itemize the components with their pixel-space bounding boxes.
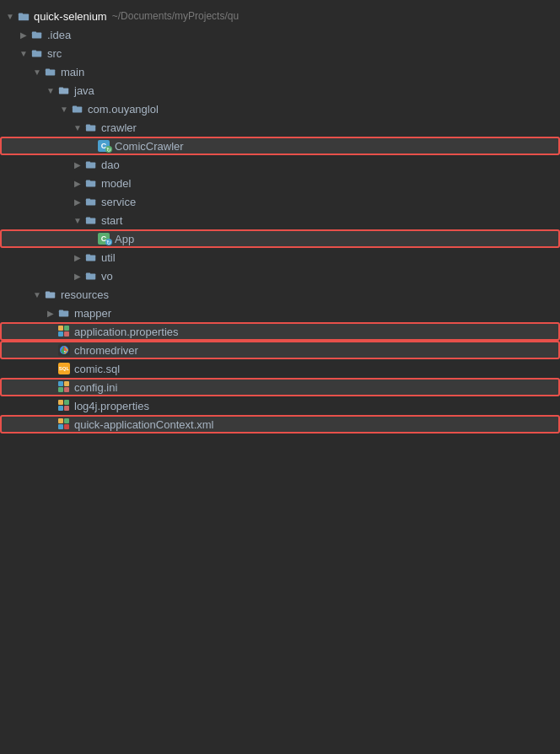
item-util[interactable]: util <box>0 248 560 267</box>
root-path: ~/Documents/myProjects/qu <box>112 10 239 22</box>
idea-arrow[interactable] <box>17 28 30 41</box>
log4j-arrow <box>44 399 57 412</box>
service-label: service <box>101 196 136 208</box>
item-dao[interactable]: dao <box>0 155 560 174</box>
src-folder-icon <box>30 46 44 60</box>
model-label: model <box>101 177 131 190</box>
item-vo[interactable]: vo <box>0 267 560 285</box>
file-tree: quick-selenium ~/Documents/myProjects/qu… <box>0 0 560 440</box>
mapper-folder-icon <box>57 306 71 320</box>
comiccrawler-icon: C ↻ <box>98 139 111 153</box>
app-props-label: application.properties <box>74 326 179 338</box>
start-folder-icon <box>84 213 98 227</box>
item-service[interactable]: service <box>0 192 560 211</box>
svg-rect-21 <box>86 218 90 220</box>
resources-label: resources <box>61 288 109 301</box>
item-app[interactable]: C ↻ App <box>0 229 560 248</box>
item-java[interactable]: java <box>0 81 560 100</box>
item-main[interactable]: main <box>0 62 560 81</box>
app-props-arrow <box>44 325 57 338</box>
svg-rect-15 <box>86 162 90 164</box>
service-folder-icon <box>84 195 98 208</box>
crawler-folder-icon <box>84 121 98 134</box>
root-arrow[interactable] <box>3 9 17 23</box>
comiccrawler-arrow <box>84 139 98 153</box>
comic-sql-label: comic.sql <box>74 363 120 375</box>
com-arrow[interactable] <box>57 102 71 116</box>
vo-folder-icon <box>84 269 98 283</box>
item-model[interactable]: model <box>0 174 560 192</box>
idea-label: .idea <box>47 29 71 41</box>
start-arrow[interactable] <box>71 213 84 227</box>
comic-sql-icon: SQL <box>57 362 71 375</box>
src-arrow[interactable] <box>17 46 30 60</box>
item-src[interactable]: src <box>0 44 560 62</box>
app-props-icon <box>57 325 71 338</box>
chromedriver-label: chromedriver <box>74 344 138 357</box>
comic-sql-arrow <box>44 362 57 375</box>
item-com[interactable]: com.ouyanglol <box>0 100 560 118</box>
item-mapper[interactable]: mapper <box>0 304 560 322</box>
svg-rect-3 <box>32 32 36 35</box>
main-label: main <box>61 66 84 78</box>
com-label: com.ouyanglol <box>88 103 159 116</box>
crawler-arrow[interactable] <box>71 121 84 134</box>
app-label: App <box>115 233 134 245</box>
mapper-label: mapper <box>74 307 111 320</box>
dao-label: dao <box>101 159 120 171</box>
model-folder-icon <box>84 176 98 190</box>
main-arrow[interactable] <box>30 65 44 78</box>
mapper-arrow[interactable] <box>44 306 57 320</box>
svg-rect-25 <box>86 273 90 276</box>
app-icon: C ↻ <box>98 232 111 245</box>
quick-xml-label: quick-applicationContext.xml <box>74 418 213 431</box>
chrome-icon <box>57 343 71 357</box>
config-ini-arrow <box>44 380 57 394</box>
model-arrow[interactable] <box>71 176 84 190</box>
item-idea[interactable]: .idea <box>0 25 560 44</box>
item-start[interactable]: start <box>0 211 560 229</box>
resources-folder-icon <box>44 288 57 301</box>
comiccrawler-label: ComicCrawler <box>115 140 184 153</box>
svg-rect-29 <box>59 310 63 313</box>
idea-folder-icon <box>30 28 44 41</box>
resources-arrow[interactable] <box>30 288 44 301</box>
com-folder-icon <box>71 102 84 116</box>
svg-rect-11 <box>73 106 77 109</box>
item-comiccrawler[interactable]: C ↻ ComicCrawler <box>0 137 560 155</box>
item-quick-xml[interactable]: quick-applicationContext.xml <box>0 415 560 434</box>
util-label: util <box>101 251 116 264</box>
main-folder-icon <box>44 65 57 78</box>
log4j-label: log4j.properties <box>74 400 149 412</box>
service-arrow[interactable] <box>71 195 84 208</box>
dao-arrow[interactable] <box>71 158 84 171</box>
svg-rect-19 <box>86 199 90 202</box>
root-item[interactable]: quick-selenium ~/Documents/myProjects/qu <box>0 7 560 25</box>
vo-label: vo <box>101 270 113 283</box>
item-chromedriver[interactable]: chromedriver <box>0 341 560 359</box>
item-config-ini[interactable]: config.ini <box>0 378 560 396</box>
svg-rect-7 <box>46 69 50 72</box>
item-application-properties[interactable]: application.properties <box>0 322 560 341</box>
root-folder-icon <box>17 9 30 23</box>
src-label: src <box>47 47 62 60</box>
svg-rect-23 <box>86 255 90 257</box>
vo-arrow[interactable] <box>71 269 84 283</box>
svg-rect-27 <box>46 292 50 294</box>
java-arrow[interactable] <box>44 83 57 97</box>
svg-rect-13 <box>86 125 90 127</box>
item-resources[interactable]: resources <box>0 285 560 304</box>
java-folder-icon <box>57 83 71 97</box>
dao-folder-icon <box>84 158 98 171</box>
item-comic-sql[interactable]: SQL comic.sql <box>0 359 560 378</box>
chrome-arrow <box>44 343 57 357</box>
item-log4j[interactable]: log4j.properties <box>0 396 560 415</box>
item-crawler[interactable]: crawler <box>0 118 560 137</box>
svg-rect-9 <box>59 88 63 90</box>
util-folder-icon <box>84 250 98 264</box>
svg-rect-1 <box>19 13 23 16</box>
quick-xml-icon <box>57 417 71 431</box>
config-ini-label: config.ini <box>74 381 117 394</box>
quick-xml-arrow <box>44 417 57 431</box>
util-arrow[interactable] <box>71 250 84 264</box>
